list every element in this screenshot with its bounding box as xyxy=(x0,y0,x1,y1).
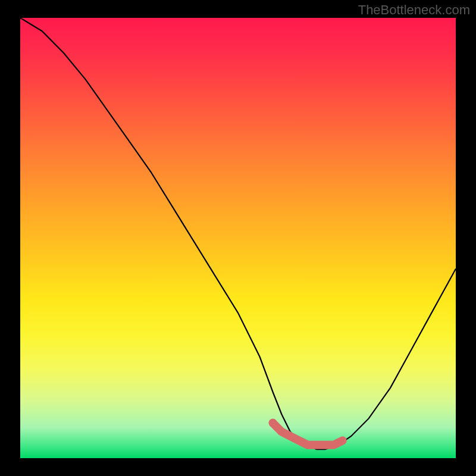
watermark-text: TheBottleneck.com xyxy=(358,2,470,18)
chart-plot-area xyxy=(20,18,456,458)
highlight-dot xyxy=(269,419,277,427)
highlight-band-path xyxy=(273,423,343,445)
chart-svg xyxy=(20,18,456,458)
bottleneck-curve-path xyxy=(20,18,456,449)
